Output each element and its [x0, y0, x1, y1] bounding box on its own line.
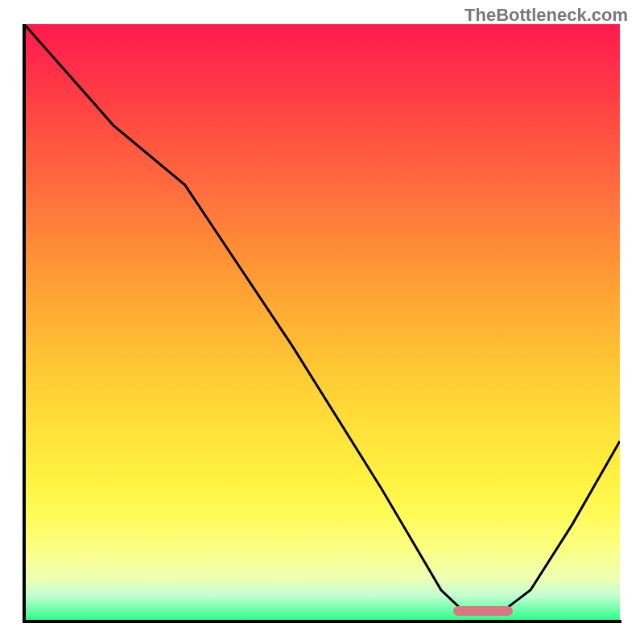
highlight-marker [453, 606, 513, 616]
y-axis [23, 24, 26, 623]
curve-svg [24, 24, 620, 620]
chart-container: TheBottleneck.com [0, 0, 644, 644]
x-axis [23, 620, 621, 623]
watermark-text: TheBottleneck.com [464, 5, 628, 26]
main-curve [24, 24, 620, 613]
